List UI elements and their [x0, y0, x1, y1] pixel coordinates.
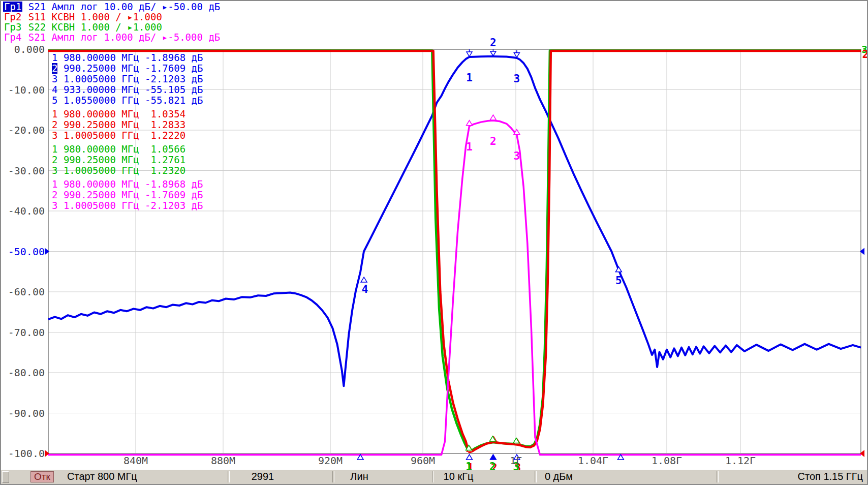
stop-frequency[interactable]: Стоп 1.15 ГГц — [798, 470, 863, 483]
y-tick-30: -30.00 — [1, 165, 45, 176]
marker-row-s11-1[interactable]: 1 980.00000 МГц 1.0354 — [52, 109, 203, 119]
marker-label-s21zoom-2: 2 — [490, 135, 497, 147]
y-tick-10: -10.00 — [1, 84, 45, 96]
statusbar-separator — [332, 471, 334, 482]
edge-indicator-s11: 2 — [862, 48, 868, 60]
marker-label-s21-3: 3 — [514, 73, 520, 85]
statusbar-separator — [717, 471, 719, 482]
statusbar-separator — [535, 471, 537, 482]
marker-row-s21-4[interactable]: 4 933.00000 МГц -55.105 дБ — [52, 84, 203, 95]
marker-table: 1 980.00000 МГц -1.8968 дБ 2 990.25000 М… — [52, 52, 203, 211]
output-power[interactable]: 0 дБм — [537, 470, 580, 483]
if-bandwidth[interactable]: 10 кГц — [436, 470, 481, 483]
y-tick-40: -40.00 — [1, 205, 45, 217]
y-tick-80: -80.00 — [1, 367, 45, 378]
marker-row-s21-2[interactable]: 2 990.25000 МГц -1.7609 дБ — [52, 63, 203, 74]
marker-label-s21-4: 4 — [362, 283, 368, 295]
sweep-points[interactable]: 2991 — [235, 470, 291, 483]
y-tick-20: -20.00 — [1, 125, 45, 136]
marker-row-s22-3[interactable]: 3 1.0005000 ГГц 1.2320 — [52, 165, 203, 176]
marker-axis-triangle-1[interactable] — [467, 454, 473, 460]
statusbar-separator — [432, 471, 434, 482]
x-tick-1-12g: 1.12Г — [712, 454, 768, 467]
marker-row-s21zoom-3[interactable]: 3 1.0005000 ГГц -2.1203 дБ — [52, 200, 203, 211]
correction-off-indicator[interactable]: Отк — [30, 471, 54, 482]
marker-label-s21zoom-1: 1 — [466, 141, 473, 153]
marker-row-s22-2[interactable]: 2 990.25000 МГц 1.2761 — [52, 155, 203, 165]
marker-label-s21-2: 2 — [490, 37, 497, 49]
x-tick-880m: 880М — [195, 454, 251, 467]
x-tick-840m: 840М — [108, 454, 164, 467]
x-tick-920m: 920М — [302, 454, 358, 467]
marker-label-s21-5: 5 — [615, 275, 622, 287]
statusbar-handle[interactable] — [2, 471, 9, 483]
marker-label-s21zoom-3: 3 — [514, 150, 520, 162]
vna-application-window: Гр1 S21 Ампл лог 10.00 дБ/ ▸-50.00 дБ Гр… — [0, 0, 868, 485]
marker-row-s11-2[interactable]: 2 990.25000 МГц 1.2833 — [52, 119, 203, 130]
y-tick-60: -60.00 — [1, 286, 45, 297]
x-tick-960m: 960М — [395, 454, 451, 467]
y-tick-90: -90.00 — [1, 408, 45, 419]
x-tick-1g: 1Г — [488, 454, 544, 467]
marker-row-s11-3[interactable]: 3 1.0005000 ГГц 1.2220 — [52, 130, 203, 141]
x-tick-1-08g: 1.08Г — [639, 454, 695, 467]
y-tick-70: -70.00 — [1, 327, 45, 338]
y-tick-50-reference[interactable]: -50.00 — [1, 246, 45, 257]
sweep-type[interactable]: Лин — [336, 470, 382, 483]
status-bar: Отк Старт 800 МГц 2991 Лин 10 кГц 0 дБм … — [1, 470, 867, 484]
statusbar-separator — [228, 471, 230, 482]
marker-row-s21-1[interactable]: 1 980.00000 МГц -1.8968 дБ — [52, 52, 203, 63]
marker-row-s21zoom-1[interactable]: 1 980.00000 МГц -1.8968 дБ — [52, 179, 203, 190]
start-frequency[interactable]: Старт 800 МГц — [67, 470, 137, 483]
marker-row-s21zoom-2[interactable]: 2 990.25000 МГц -1.7609 дБ — [52, 190, 203, 200]
y-tick-0: 0.000 — [1, 44, 45, 55]
marker-row-s21-5[interactable]: 5 1.0550000 ГГц -55.821 дБ — [52, 95, 203, 106]
x-tick-1-04g: 1.04Г — [565, 454, 621, 467]
marker-row-s21-3[interactable]: 3 1.0005000 ГГц -2.1203 дБ — [52, 74, 203, 84]
y-tick-100: -100.0 — [1, 448, 45, 459]
marker-row-s22-1[interactable]: 1 980.00000 МГц 1.0566 — [52, 144, 203, 155]
marker-label-s21-1: 1 — [466, 72, 473, 84]
